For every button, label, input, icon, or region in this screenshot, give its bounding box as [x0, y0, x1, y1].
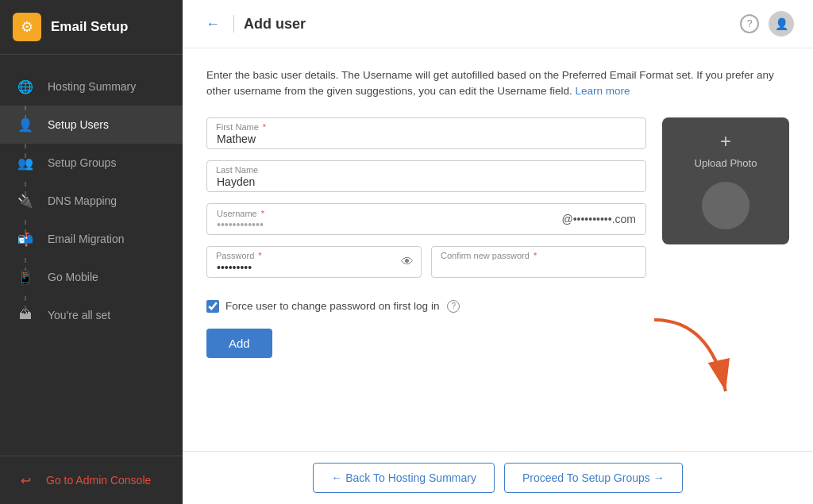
sidebar-item-label: Email Migration	[48, 233, 124, 245]
username-group: Username * @••••••••••.com	[206, 203, 646, 235]
sidebar-title: Email Setup	[51, 19, 128, 35]
photo-upload-area[interactable]: + Upload Photo	[662, 117, 789, 244]
sidebar-item-label: Go Mobile	[48, 271, 98, 283]
learn-more-link[interactable]: Learn more	[576, 85, 630, 97]
info-icon: ?	[447, 300, 460, 313]
header-actions: ? 👤	[740, 11, 794, 37]
sidebar-item-go-mobile[interactable]: 📱 Go Mobile	[0, 258, 183, 296]
upload-photo-label: Upload Photo	[695, 157, 757, 169]
sidebar-item-dns-mapping[interactable]: 🔌 DNS Mapping	[0, 182, 183, 220]
confirm-password-input[interactable]	[431, 246, 646, 278]
first-name-group: First Name *	[206, 117, 646, 149]
confirm-password-group: Confirm new password *	[431, 246, 646, 278]
sidebar-item-label: DNS Mapping	[48, 194, 117, 207]
dns-icon: 🔌	[14, 190, 37, 212]
admin-console-label: Go to Admin Console	[46, 474, 151, 487]
sidebar-item-setup-groups[interactable]: 👥 Setup Groups	[0, 144, 183, 182]
force-change-checkbox[interactable]	[206, 300, 219, 313]
username-row: Username * @••••••••••.com	[206, 203, 646, 235]
main-footer: ← Back To Hosting Summary Proceed To Set…	[183, 451, 813, 504]
go-to-admin-console-button[interactable]: ↩ Go to Admin Console	[0, 456, 183, 504]
password-row: Password * 👁 Confirm new password *	[206, 246, 646, 289]
description: Enter the basic user details. The Userna…	[206, 67, 789, 100]
sidebar-item-email-migration[interactable]: 📬 Email Migration	[0, 220, 183, 258]
email-setup-icon: ⚙	[13, 13, 41, 41]
users-icon: 👥	[14, 152, 37, 174]
email-migration-icon: 📬	[14, 228, 37, 250]
form-layout: First Name * Last Name User	[206, 117, 789, 358]
main-body: Enter the basic user details. The Userna…	[183, 48, 813, 451]
plus-icon: +	[720, 132, 731, 151]
main-content: ← Add user ? 👤 Enter the basic user deta…	[183, 0, 813, 504]
sidebar: ⚙ Email Setup 🌐 Hosting Summary 👤 Setup …	[0, 0, 183, 504]
last-name-input[interactable]	[206, 160, 646, 192]
sidebar-item-setup-users[interactable]: 👤 Setup Users	[0, 106, 183, 144]
sidebar-item-label: Hosting Summary	[48, 80, 136, 93]
sidebar-item-youre-all-set[interactable]: 🏔 You're all set	[0, 296, 183, 334]
form-fields: First Name * Last Name User	[206, 117, 646, 358]
sidebar-item-label: Setup Users	[48, 118, 109, 131]
back-to-hosting-summary-button[interactable]: ← Back To Hosting Summary	[313, 463, 495, 493]
sidebar-header: ⚙ Email Setup	[0, 0, 183, 55]
admin-console-icon: ↩	[14, 469, 37, 491]
photo-avatar-placeholder	[702, 182, 749, 229]
sidebar-item-hosting-summary[interactable]: 🌐 Hosting Summary	[0, 67, 183, 106]
username-input[interactable]	[207, 204, 558, 234]
back-button[interactable]: ←	[202, 13, 224, 35]
password-input[interactable]	[206, 246, 422, 278]
first-name-input[interactable]	[206, 117, 646, 149]
add-button[interactable]: Add	[206, 329, 272, 358]
force-change-label: Force user to change password on first l…	[225, 300, 439, 312]
sidebar-item-label: Setup Groups	[48, 156, 116, 169]
username-domain: @••••••••••.com	[558, 205, 645, 233]
header-divider	[233, 15, 234, 33]
force-change-row: Force user to change password on first l…	[206, 300, 646, 313]
sidebar-footer: ↩ Go to Admin Console	[0, 456, 183, 504]
help-icon[interactable]: ?	[740, 14, 759, 33]
sidebar-nav: 🌐 Hosting Summary 👤 Setup Users 👥 Setup …	[0, 55, 183, 456]
sidebar-item-label: You're all set	[48, 309, 110, 321]
main-header: ← Add user ? 👤	[183, 0, 813, 48]
mobile-icon: 📱	[14, 266, 37, 288]
globe-icon: 🌐	[14, 75, 37, 98]
show-password-icon[interactable]: 👁	[401, 255, 414, 269]
page-title: Add user	[244, 16, 730, 33]
mountain-icon: 🏔	[14, 304, 37, 326]
proceed-to-setup-groups-button[interactable]: Proceed To Setup Groups →	[504, 463, 683, 493]
avatar: 👤	[769, 11, 794, 37]
last-name-group: Last Name	[206, 160, 646, 192]
user-icon: 👤	[14, 113, 37, 136]
password-group: Password * 👁	[206, 246, 422, 278]
